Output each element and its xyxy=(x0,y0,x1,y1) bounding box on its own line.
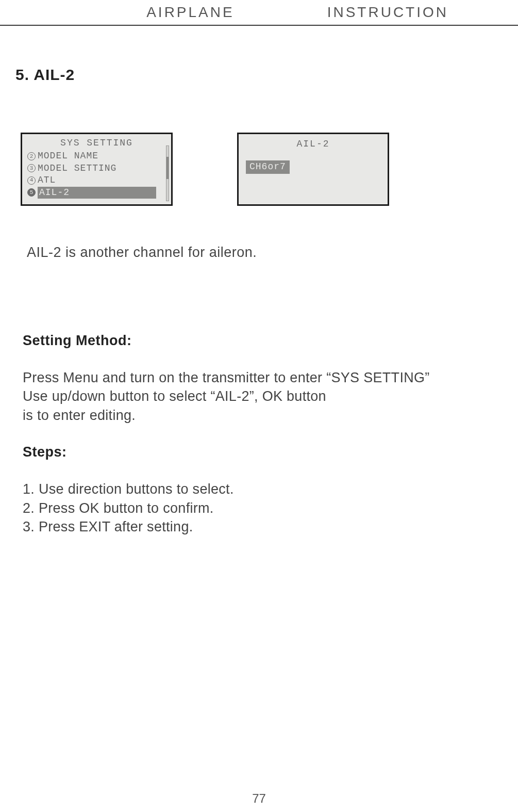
steps-list: 1. Use direction buttons to select. 2. P… xyxy=(15,480,503,536)
lcd-title-left: SYS SETTING xyxy=(27,137,166,149)
lcd-screens-row: SYS SETTING 2 MODEL NAME 3 MODEL SETTING… xyxy=(15,133,503,206)
method-line: is to enter editing. xyxy=(23,406,503,425)
intro-text: AIL-2 is another channel for aileron. xyxy=(15,245,503,261)
menu-item-selected: 5 AIL-2 xyxy=(27,187,166,199)
lcd-screen-ail2: AIL-2 CH6or7 xyxy=(237,133,389,206)
menu-label-selected: AIL-2 xyxy=(38,187,156,199)
menu-number-icon: 5 xyxy=(27,188,36,197)
lcd-inner-right: AIL-2 CH6or7 xyxy=(239,134,388,204)
section-title: 5. AIL-2 xyxy=(15,66,503,84)
header-category: AIRPLANE xyxy=(146,4,235,21)
lcd-option-selected: CH6or7 xyxy=(246,160,290,173)
lcd-inner-left: SYS SETTING 2 MODEL NAME 3 MODEL SETTING… xyxy=(22,134,171,204)
page-header: AIRPLANE INSTRUCTION xyxy=(0,0,518,26)
step-item: 1. Use direction buttons to select. xyxy=(23,480,503,498)
lcd-screen-sys-setting: SYS SETTING 2 MODEL NAME 3 MODEL SETTING… xyxy=(21,133,173,206)
lcd-scrollbar xyxy=(166,145,169,201)
menu-number-icon: 3 xyxy=(27,164,36,172)
menu-label: MODEL SETTING xyxy=(38,163,116,174)
menu-item: 2 MODEL NAME xyxy=(27,150,166,162)
menu-label: MODEL NAME xyxy=(38,150,98,162)
steps-heading: Steps: xyxy=(15,444,503,460)
method-line: Use up/down button to select “AIL-2”, OK… xyxy=(23,387,503,405)
page-number: 77 xyxy=(252,791,266,806)
menu-number-icon: 2 xyxy=(27,152,36,160)
setting-method-heading: Setting Method: xyxy=(15,333,503,349)
page-content: 5. AIL-2 SYS SETTING 2 MODEL NAME 3 MODE… xyxy=(0,66,518,537)
header-doctype: INSTRUCTION xyxy=(327,4,448,21)
menu-item: 4 ATL xyxy=(27,174,166,186)
menu-number-icon: 4 xyxy=(27,176,36,185)
lcd-title-right: AIL-2 xyxy=(244,137,382,150)
lcd-scrollbar-thumb xyxy=(166,157,169,178)
step-item: 3. Press EXIT after setting. xyxy=(23,517,503,536)
menu-label: ATL xyxy=(38,174,56,186)
method-line: Press Menu and turn on the transmitter t… xyxy=(23,368,503,387)
menu-item: 3 MODEL SETTING xyxy=(27,163,166,174)
setting-method-text: Press Menu and turn on the transmitter t… xyxy=(15,368,503,425)
step-item: 2. Press OK button to confirm. xyxy=(23,499,503,517)
